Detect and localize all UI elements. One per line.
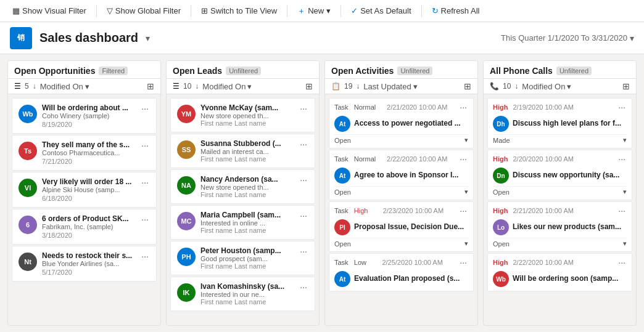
activity-more-button[interactable]: ··· — [458, 102, 468, 112]
sort-leads-modified-on-button[interactable]: Modified On ▾ — [202, 82, 252, 91]
table-row[interactable]: Ts They sell many of the s... Contoso Ph… — [12, 135, 157, 171]
card-subtitle: Coho Winery (sample) — [42, 112, 135, 119]
switch-to-tile-view-button[interactable]: ⊞ Switch to Tile View — [196, 4, 282, 18]
activities-filter-button[interactable]: ⊞ — [464, 81, 471, 91]
expand-button[interactable]: ▾ — [464, 240, 468, 248]
date-range-chevron-button[interactable]: ▾ — [630, 33, 634, 43]
list-item[interactable]: High 2/21/2020 10:00 AM ··· Lo Likes our… — [487, 201, 632, 252]
tile-view-icon: ⊞ — [201, 6, 208, 15]
card-body: 6 orders of Product SK... Fabrikam, Inc.… — [42, 214, 135, 239]
phone-title: Discuss high level plans for f... — [513, 119, 627, 128]
activity-type: Task Normal — [334, 103, 376, 111]
phone-more-button[interactable]: ··· — [617, 102, 627, 112]
list-item[interactable]: Task Normal 2/21/2020 10:00 AM ··· At Ac… — [329, 98, 474, 148]
card-more-button[interactable]: ··· — [140, 177, 150, 187]
avatar: At — [334, 116, 350, 132]
list-item[interactable]: Task Normal 2/22/2020 10:00 AM ··· At Ag… — [329, 150, 474, 200]
list-item[interactable]: High 2/19/2020 10:00 AM ··· Dh Discuss h… — [487, 98, 632, 148]
card-body: Ivan Komashinsky (sa... Interested in ou… — [200, 282, 294, 306]
table-row[interactable]: MC Maria Campbell (sam... Interested in … — [170, 205, 315, 240]
status-label: Open — [334, 137, 351, 144]
card-subtitle: Blue Yonder Airlines (sa... — [42, 260, 135, 267]
phone-more-button[interactable]: ··· — [617, 257, 627, 267]
avatar: IK — [177, 283, 196, 302]
expand-button[interactable]: ▾ — [464, 136, 468, 144]
card-more-button[interactable]: ··· — [140, 103, 150, 113]
set-as-default-button[interactable]: ✓ Set As Default — [346, 4, 416, 18]
new-dropdown-icon: ▾ — [326, 6, 331, 15]
list-item[interactable]: High 2/22/2020 10:00 AM ··· Wb Will be o… — [487, 253, 632, 291]
status-label: Open — [493, 240, 510, 248]
column-filter-button[interactable]: ⊞ — [147, 81, 154, 91]
refresh-icon: ↻ — [432, 6, 439, 15]
card-subtitle: Interested in our ne... — [200, 291, 294, 298]
page-title: Sales dashboard — [39, 31, 138, 45]
table-row[interactable]: Vl Very likely will order 18 ... Alpine … — [12, 172, 157, 208]
open-opportunities-subheader: ☰ 5 ↓ Modified On ▾ ⊞ — [8, 79, 160, 94]
priority-label: High — [493, 207, 508, 214]
table-row[interactable]: YM Yvonne McKay (sam... New store opened… — [170, 98, 315, 132]
avatar: Wb — [493, 271, 509, 287]
card-title: Susanna Stubberod (... — [200, 139, 294, 148]
activity-type: Task High — [334, 207, 368, 214]
expand-button[interactable]: ▾ — [623, 188, 627, 196]
table-row[interactable]: IK Ivan Komashinsky (sa... Interested in… — [170, 277, 315, 311]
title-chevron-button[interactable]: ▾ — [146, 33, 150, 43]
open-activities-filter-tag: Unfiltered — [397, 67, 432, 75]
card-more-button[interactable]: ··· — [299, 175, 308, 185]
table-row[interactable]: Nt Needs to restock their s... Blue Yond… — [12, 246, 157, 281]
leads-filter-button[interactable]: ⊞ — [305, 81, 313, 91]
sort-phone-modified-on-button[interactable]: Modified On ▾ — [522, 82, 571, 91]
card-more-button[interactable]: ··· — [299, 139, 308, 149]
leads-sort-icon: ☰ — [173, 82, 180, 91]
col-header-row: All Phone Calls Unfiltered — [490, 66, 592, 76]
sort-activities-last-updated-button[interactable]: Last Updated ▾ — [363, 82, 417, 91]
phone-more-button[interactable]: ··· — [617, 206, 627, 216]
activity-title: Agree to above in Sponsor I... — [354, 171, 468, 179]
card-more-button[interactable]: ··· — [140, 140, 150, 150]
activities-sort-icon: 📋 — [331, 82, 341, 91]
list-item[interactable]: Task High 2/23/2020 10:00 AM ··· Pl Prop… — [329, 201, 474, 252]
activity-more-button[interactable]: ··· — [458, 206, 468, 216]
table-row[interactable]: SS Susanna Stubberod (... Mailed an inte… — [170, 134, 315, 168]
leads-sort-arrow: ↓ — [195, 82, 199, 91]
all-phone-calls-title: All Phone Calls — [490, 66, 553, 76]
phone-header: High 2/19/2020 10:00 AM ··· — [493, 102, 627, 112]
activity-time: 2/22/2020 10:00 AM — [387, 155, 447, 163]
card-title: Needs to restock their s... — [42, 251, 135, 260]
sort-modified-on-button[interactable]: Modified On ▾ — [40, 82, 89, 91]
card-subtitle: New store opened th... — [200, 112, 294, 119]
phone-more-button[interactable]: ··· — [617, 154, 627, 164]
card-title: 6 orders of Product SK... — [42, 214, 135, 223]
expand-button[interactable]: ▾ — [623, 240, 627, 248]
card-more-button[interactable]: ··· — [140, 214, 150, 224]
card-more-button[interactable]: ··· — [299, 246, 308, 256]
new-button[interactable]: ＋ New ▾ — [292, 3, 336, 19]
expand-button[interactable]: ▾ — [464, 188, 468, 196]
count-label: 5 — [25, 82, 29, 91]
activity-more-button[interactable]: ··· — [458, 257, 468, 267]
card-more-button[interactable]: ··· — [299, 103, 308, 113]
refresh-all-button[interactable]: ↻ Refresh All — [427, 4, 485, 18]
card-meta: First name Last name — [200, 119, 294, 127]
phone-filter-button[interactable]: ⊞ — [622, 81, 630, 91]
activity-more-button[interactable]: ··· — [458, 154, 468, 164]
table-row[interactable]: Wb Will be ordering about ... Coho Winer… — [12, 98, 157, 134]
col-header-row: Open Opportunities Filtered — [14, 66, 128, 76]
status-label: Made — [493, 137, 510, 144]
show-visual-filter-button[interactable]: ▦ Show Visual Filter — [7, 4, 91, 18]
open-activities-list: Task Normal 2/21/2020 10:00 AM ··· At Ac… — [325, 94, 477, 325]
table-row[interactable]: NA Nancy Anderson (sa... New store opene… — [170, 169, 315, 204]
card-more-button[interactable]: ··· — [299, 282, 308, 292]
divider-4 — [341, 5, 341, 17]
list-item[interactable]: High 2/20/2020 10:00 AM ··· Dn Discuss n… — [487, 150, 632, 200]
table-row[interactable]: PH Peter Houston (samp... Good prospect … — [170, 241, 315, 275]
table-row[interactable]: 6 6 orders of Product SK... Fabrikam, In… — [12, 209, 157, 245]
date-range: This Quarter 1/1/2020 To 3/31/2020 ▾ — [501, 33, 634, 43]
list-item[interactable]: Task Low 2/25/2020 10:00 AM ··· At Evalu… — [329, 253, 474, 291]
card-more-button[interactable]: ··· — [299, 211, 308, 221]
card-body: Peter Houston (samp... Good prospect (sa… — [200, 246, 294, 270]
show-global-filter-button[interactable]: ▽ Show Global Filter — [102, 4, 186, 18]
card-more-button[interactable]: ··· — [140, 251, 150, 261]
expand-button[interactable]: ▾ — [623, 136, 627, 144]
